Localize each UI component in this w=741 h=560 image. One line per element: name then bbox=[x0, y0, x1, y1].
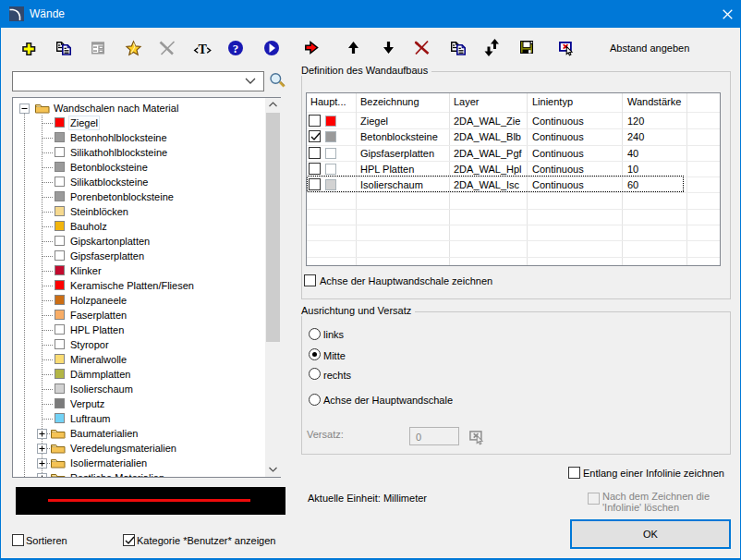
svg-text:T: T bbox=[199, 43, 208, 56]
svg-text:?: ? bbox=[233, 42, 239, 55]
